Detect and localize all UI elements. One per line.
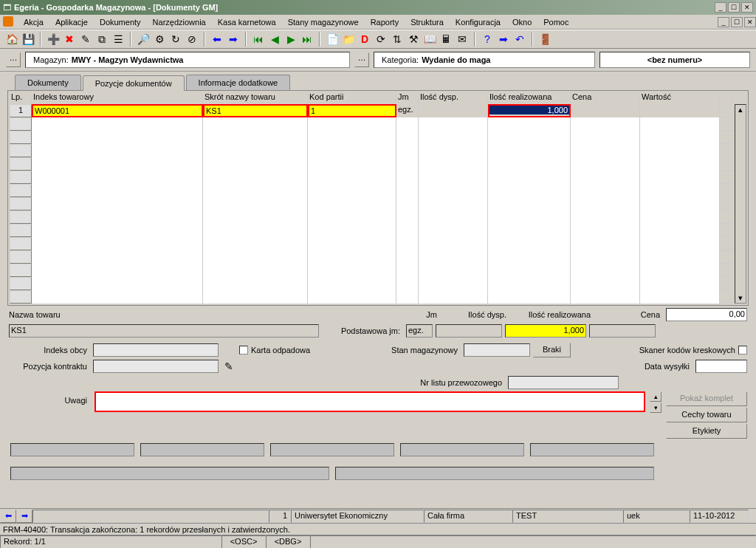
exit-icon[interactable]: 🚪 [537,32,552,47]
minimize-button[interactable]: _ [715,2,726,13]
menu-struktura[interactable]: Struktura [405,16,450,28]
menu-stany[interactable]: Stany magazynowe [282,16,365,28]
skaner-label: Skaner kodów kreskowych [639,346,735,355]
book-icon[interactable]: 📖 [422,32,437,47]
menu-okno[interactable]: Okno [506,16,537,28]
nrlistu-field[interactable] [508,376,619,389]
arrow-right-icon[interactable]: ➡ [496,32,511,47]
tab-informacje[interactable]: Informacje dodatkowe [186,75,291,90]
menu-raporty[interactable]: Raporty [365,16,405,28]
uwagi-field[interactable] [94,391,645,412]
nav-prev-button[interactable]: ⬅ [0,510,16,523]
dbg-field: <DBG> [266,535,310,549]
back-icon[interactable]: ◀ [267,32,282,47]
podst-jm-field: egz. [406,324,433,338]
cell-lp: 1 [10,104,32,117]
mdi-maximize-button[interactable]: ☐ [731,17,743,27]
delete-icon[interactable]: ✖ [62,32,77,47]
sort-icon[interactable]: ⇅ [390,32,405,47]
data-wys-label: Data wysyłki [645,362,693,371]
status-slot-3 [270,443,394,456]
nazwa-field[interactable]: KS1 [9,324,319,338]
status-slot-5 [530,443,654,456]
search-icon[interactable]: 🔎 [136,32,151,47]
cell-kod-partii[interactable]: 1 [308,104,396,117]
refresh-icon[interactable]: ↻ [168,32,183,47]
nazwa-label: Nazwa towaru [9,310,75,319]
col-cena: Cena [571,92,640,104]
menu-pomoc[interactable]: Pomoc [537,16,574,28]
wartosc-field[interactable]: 0,00 [666,308,747,321]
close-button[interactable]: ✕ [741,2,753,13]
cechy-towaru-button[interactable]: Cechy towaru [666,408,747,422]
add-icon[interactable]: ➕ [46,32,61,47]
maximize-button[interactable]: ☐ [728,2,740,13]
braki-button[interactable]: Braki [533,343,571,357]
magazyn-lookup-button[interactable]: … [6,52,21,67]
last-icon[interactable]: ⏭ [300,32,315,47]
sync-icon[interactable]: ⟳ [374,32,388,47]
home-icon[interactable]: 🏠 [4,32,19,47]
mdi-minimize-button[interactable]: _ [718,17,729,27]
mdi-close-button[interactable]: ✕ [744,17,756,27]
menu-kasa[interactable]: Kasa karnetowa [212,16,282,28]
calc-icon[interactable]: 🖩 [439,32,453,47]
etykiety-button[interactable]: Etykiety [666,424,747,439]
nav-spacer [32,510,269,523]
nav-status-row: ⬅ ➡ 1 Uniwersytet Ekonomiczny Cała firma… [0,508,756,523]
doc-icon[interactable]: 📄 [325,32,340,47]
first-icon[interactable]: ⏮ [251,32,266,47]
indeks-obcy-label: Indeks obcy [9,346,90,355]
menu-narzedziownia[interactable]: Narzędziownia [147,16,212,28]
real2-label: Ilość realizowana [512,310,594,319]
print-icon[interactable]: 📁 [341,32,356,47]
tab-dokumenty[interactable]: Dokumenty [15,75,81,90]
uwagi-down-button[interactable]: ▾ [650,403,662,413]
d-icon[interactable]: D [357,32,372,47]
data-wys-field[interactable] [695,360,747,373]
cell-skrot[interactable]: KS1 [203,104,308,117]
menu-aplikacje[interactable]: Aplikacje [49,16,94,28]
uwagi-up-button[interactable]: ▴ [650,391,662,402]
prev-page-icon[interactable]: ⬅ [210,32,224,47]
status-user: uek [623,510,690,523]
pozycja-edit-icon[interactable]: ✎ [221,359,236,374]
filter-icon[interactable]: ⚙ [152,32,167,47]
menu-akcja[interactable]: Akcja [18,16,49,28]
skaner-checkbox[interactable] [738,346,747,355]
real2-field[interactable]: 1,000 [505,324,586,338]
tab-pozycje[interactable]: Pozycje dokumentów [83,75,185,91]
pozycja-field[interactable] [93,360,219,373]
help-icon[interactable]: ? [480,32,495,47]
mail-icon[interactable]: ✉ [455,32,470,47]
undo-icon[interactable]: ↶ [512,32,527,47]
cell-jm: egz. [396,104,419,117]
nrlistu-label: Nr listu przewozowego [420,378,505,387]
tabs: Dokumenty Pozycje dokumentów Informacje … [0,72,756,90]
indeks-obcy-field[interactable] [93,343,219,357]
status-slot-6 [10,467,329,480]
edit-icon[interactable]: ✎ [78,32,93,47]
tool-icon[interactable]: ⚒ [406,32,421,47]
save-icon[interactable]: 💾 [21,32,35,47]
record-spacer [310,535,756,549]
cell-real[interactable]: 1,000 [488,104,571,117]
forward-icon[interactable]: ▶ [284,32,298,47]
cancel-icon[interactable]: ⊘ [185,32,199,47]
list-icon[interactable]: ☰ [111,32,126,47]
grid-headers: Lp. Indeks towarowy Skrót nazwy towaru K… [10,92,746,104]
kategoria-label: Kategoria: [379,55,422,64]
copy-icon[interactable]: ⧉ [94,32,109,47]
menu-dokumenty[interactable]: Dokumenty [94,16,147,28]
table-row[interactable]: 1 W000001 KS1 1 egz. 1,000 [10,104,735,117]
jm2-label: Jm [418,310,440,319]
karta-checkbox[interactable] [239,346,248,355]
cell-indeks[interactable]: W000001 [32,104,203,117]
nav-next-button[interactable]: ➡ [16,510,32,523]
pokaz-komplet-button[interactable]: Pokaż komplet [666,391,747,406]
grid-scrollbar[interactable]: ▴▾ [735,104,746,304]
next-page-icon[interactable]: ➡ [226,32,241,47]
kategoria-lookup-button[interactable]: … [354,52,369,67]
col-kod: Kod partii [308,92,396,104]
menu-konfiguracja[interactable]: Konfiguracja [450,16,506,28]
